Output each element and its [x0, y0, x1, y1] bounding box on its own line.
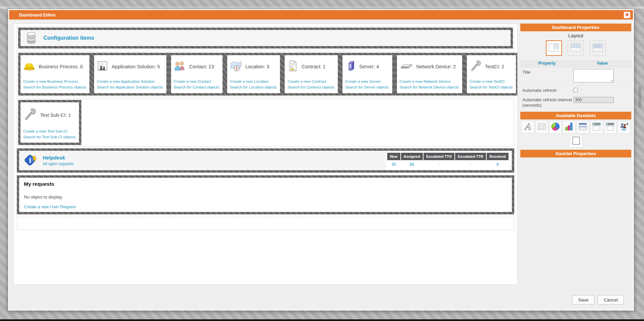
create-user-request-link[interactable]: Create a new User Request: [24, 205, 76, 209]
config-items-dashlet[interactable]: Configuration items: [18, 28, 513, 48]
property-value-header-row: Property Value: [520, 59, 631, 67]
config-items-cell: Configuration items: [17, 26, 514, 50]
auto-refresh-checkbox[interactable]: [573, 88, 578, 92]
bar-chart-dashlet[interactable]: [563, 121, 575, 134]
tiles-row-1-cell: Business Process: 0 Create a new Busines…: [17, 51, 514, 97]
title-property-label: Title: [522, 69, 573, 75]
object-list-dashlet[interactable]: [535, 121, 548, 134]
tile-title: Contract: 1: [301, 64, 325, 69]
application-people-icon: [97, 60, 108, 73]
cancel-button[interactable]: Cancel: [598, 295, 624, 305]
tile-business-process[interactable]: Business Process: 0 Create a new Busines…: [18, 53, 92, 96]
create-link[interactable]: Create a new Contact: [174, 79, 219, 84]
value-resolved[interactable]: 8: [487, 161, 509, 167]
tile-title: TestCI: 2: [485, 64, 504, 69]
dashboard-properties-section: Layout: [520, 31, 631, 112]
search-link[interactable]: Search for Application Solution objects: [97, 84, 163, 90]
save-button[interactable]: Save: [572, 295, 595, 305]
dashboard-editor-dialog: Dashboard Editor: [8, 9, 634, 311]
property-column-header: Property: [520, 60, 573, 67]
background-page-edge: [0, 6, 644, 9]
search-link[interactable]: Search for Location objects: [230, 84, 277, 90]
tile-title: Location: 3: [245, 64, 269, 69]
search-link[interactable]: Search for Server objects: [345, 84, 389, 90]
layout-one-column-icon: [549, 43, 559, 53]
empty-cell-dashlet[interactable]: [570, 135, 582, 148]
search-link[interactable]: Search for Contract objects: [287, 84, 334, 90]
my-requests-dashlet[interactable]: My requests No object to display. Create…: [17, 175, 514, 214]
tile-title: Contact: 23: [189, 64, 214, 69]
dialog-titlebar[interactable]: Dashboard Editor: [9, 10, 633, 20]
tile-contact[interactable]: Contact: 23 Create a new Contact Search …: [169, 53, 225, 96]
value-new[interactable]: 30: [387, 161, 400, 167]
available-dashlets-header: Available Dashlets: [520, 112, 631, 119]
tile-network-device[interactable]: Network Device: 2 Create a new Network D…: [395, 53, 465, 96]
header-dashlet-icon: [592, 122, 601, 133]
map-compass-icon: [230, 60, 242, 73]
header-dashlet[interactable]: [590, 121, 603, 134]
all-open-requests-link[interactable]: All open requests: [43, 162, 74, 166]
close-icon: [625, 12, 629, 17]
create-link[interactable]: Create a new Network Device: [400, 79, 459, 84]
col-assigned: Assigned: [401, 153, 423, 160]
helpdesk-title: Helpdesk: [43, 155, 74, 160]
dashboard-properties-header: Dashboard Properties: [520, 24, 631, 31]
svg-text:A: A: [524, 122, 531, 131]
col-escalated-tto: Escalated TTO: [424, 153, 454, 160]
create-link[interactable]: Create a new TestCI: [470, 79, 513, 84]
create-link[interactable]: Create a new Test Sub-CI: [23, 129, 76, 134]
tile-location[interactable]: Location: 3 Create a new Location Search…: [225, 53, 282, 96]
layout-one-column-button[interactable]: [546, 40, 562, 56]
database-stack-icon: [25, 30, 38, 46]
create-link[interactable]: Create a new Business Process: [23, 79, 86, 84]
background-bottom-bar: [0, 319, 644, 321]
create-link[interactable]: Create a new Server: [345, 79, 389, 84]
tile-title: Test Sub-CI: 1: [40, 112, 71, 118]
refresh-interval-input[interactable]: [573, 97, 614, 103]
search-link[interactable]: Search for TestCI objects: [470, 84, 513, 90]
search-link[interactable]: Search for Business Process objects: [23, 84, 86, 90]
pie-chart-icon: [551, 122, 560, 133]
tile-contract[interactable]: Contract: 1 Create a new Contract Search…: [282, 53, 340, 96]
create-link[interactable]: Create a new Contract: [287, 79, 334, 84]
col-new: New: [387, 153, 400, 160]
bar-chart-icon: [564, 122, 574, 133]
search-link[interactable]: Search for Contact objects: [174, 84, 219, 90]
svg-text:4: 4: [626, 122, 628, 126]
plain-text-dashlet[interactable]: A: [522, 121, 534, 134]
grouped-list-dashlet[interactable]: [576, 121, 589, 134]
helpdesk-dashlet[interactable]: i Helpdesk All open requests New Assigne…: [17, 148, 514, 173]
pie-chart-dashlet[interactable]: [549, 121, 562, 134]
layout-three-columns-button[interactable]: [590, 40, 606, 56]
hard-hat-icon: [23, 61, 35, 73]
header-badges-dashlet[interactable]: 4 1: [604, 121, 617, 134]
tile-server[interactable]: Server: 4 Create a new Server Search for…: [340, 53, 395, 96]
tile-title: Server: 4: [359, 64, 379, 69]
layout-label: Layout: [520, 31, 631, 40]
create-link[interactable]: Create a new Location: [230, 79, 277, 84]
close-button[interactable]: [624, 12, 630, 18]
config-items-title: Configuration items: [43, 35, 94, 41]
value-assigned[interactable]: 85: [401, 161, 423, 167]
badge-dashlet[interactable]: 4: [617, 121, 630, 134]
info-bell-icon: i: [23, 153, 38, 168]
tile-test-sub-ci[interactable]: Test Sub-CI: 1 Create a new Test Sub-CI …: [18, 100, 81, 145]
wrench-icon: [23, 108, 37, 122]
helpdesk-stats-table: New Assigned Escalated TTO Escalated TTR…: [386, 152, 511, 170]
layout-two-columns-button[interactable]: [568, 40, 584, 56]
contract-document-icon: [287, 60, 298, 73]
svg-text:4 1: 4 1: [610, 123, 614, 125]
value-escalated-tto: -: [424, 161, 454, 167]
tile-application-solution[interactable]: Application Solution: 5 Create a new App…: [92, 53, 168, 96]
object-list-icon: [537, 122, 547, 133]
dashboard-title-input[interactable]: [573, 69, 614, 82]
my-requests-empty-text: No object to display.: [24, 194, 507, 200]
layout-two-columns-icon: [571, 43, 581, 53]
network-switch-icon: [400, 61, 413, 72]
search-link[interactable]: Search for Test Sub-CI objects: [23, 134, 76, 140]
search-link[interactable]: Search for Network Device objects: [400, 84, 459, 90]
empty-drop-slot[interactable]: [17, 217, 514, 230]
tile-testci[interactable]: TestCI: 2 Create a new TestCI Search for…: [465, 53, 518, 96]
auto-refresh-row: Automatic refresh: [520, 85, 631, 95]
create-link[interactable]: Create a new Application Solution: [97, 79, 163, 84]
